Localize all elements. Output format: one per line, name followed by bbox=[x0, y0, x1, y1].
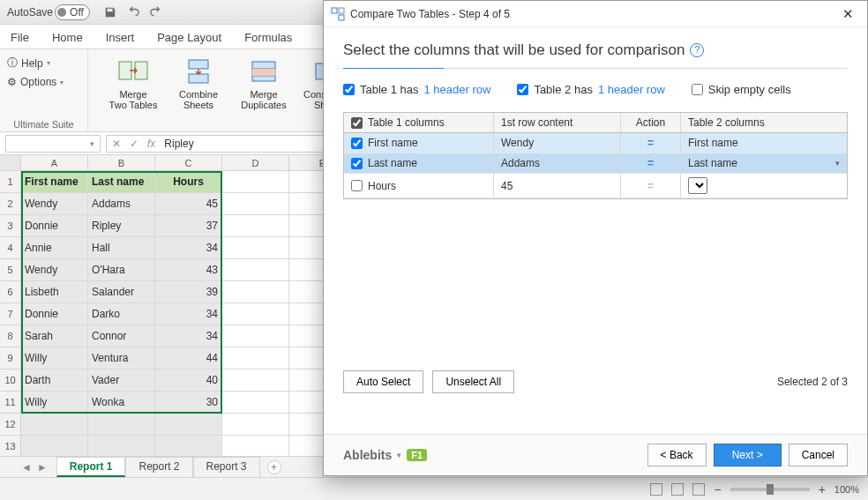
cell[interactable]: Wonka bbox=[88, 392, 155, 414]
cell[interactable] bbox=[222, 303, 289, 325]
table1-link[interactable]: 1 header row bbox=[424, 83, 491, 96]
cell[interactable]: Sarah bbox=[21, 325, 88, 347]
cell[interactable]: Connor bbox=[88, 325, 155, 347]
cell[interactable]: 34 bbox=[155, 237, 222, 259]
skip-empty-check[interactable]: Skip empty cells bbox=[692, 83, 791, 96]
cell[interactable] bbox=[222, 347, 289, 369]
cell[interactable]: 44 bbox=[155, 347, 222, 369]
column-checkbox[interactable] bbox=[351, 138, 363, 149]
tab-insert[interactable]: Insert bbox=[104, 26, 137, 49]
f1-badge[interactable]: F1 bbox=[407, 449, 427, 461]
cell[interactable]: Wendy bbox=[21, 193, 88, 215]
row-head-11[interactable]: 11 bbox=[0, 392, 21, 414]
cell[interactable]: Hall bbox=[88, 237, 155, 259]
tab-page-layout[interactable]: Page Layout bbox=[155, 26, 223, 49]
cell[interactable]: 45 bbox=[155, 193, 222, 215]
zoom-value[interactable]: 100% bbox=[834, 484, 859, 495]
cell[interactable]: Hours bbox=[155, 171, 222, 193]
cell[interactable]: Lisbeth bbox=[21, 281, 88, 303]
row-head-2[interactable]: 2 bbox=[0, 193, 21, 215]
col-head-B[interactable]: B bbox=[88, 155, 155, 170]
sheet-tab[interactable]: Report 1 bbox=[56, 457, 126, 477]
column-checkbox[interactable] bbox=[351, 158, 363, 169]
fx-icon[interactable]: fx bbox=[147, 138, 155, 150]
col-head-D[interactable]: D bbox=[222, 155, 289, 170]
view-normal-icon[interactable] bbox=[650, 483, 662, 496]
row-head-13[interactable]: 13 bbox=[0, 436, 21, 458]
ribbon-btn-merge-two-tables[interactable]: MergeTwo Tables bbox=[106, 56, 161, 110]
auto-select-button[interactable]: Auto Select bbox=[343, 370, 423, 393]
cell[interactable]: Donnie bbox=[21, 303, 88, 325]
name-box[interactable]: ▾ bbox=[5, 135, 101, 153]
add-sheet-button[interactable]: + bbox=[267, 460, 281, 474]
cell[interactable]: Ripley bbox=[88, 215, 155, 237]
chevron-down-icon[interactable]: ▾ bbox=[835, 159, 840, 168]
cell[interactable] bbox=[222, 171, 289, 193]
sheet-nav[interactable]: ◄► bbox=[21, 461, 48, 474]
cell[interactable] bbox=[222, 215, 289, 237]
zoom-in-button[interactable]: + bbox=[819, 482, 826, 496]
cell[interactable]: Last name bbox=[88, 171, 155, 193]
ribbon-btn-combine-sheets[interactable]: CombineSheets bbox=[171, 56, 226, 110]
cell[interactable]: Donnie bbox=[21, 215, 88, 237]
dialog-titlebar[interactable]: Compare Two Tables - Step 4 of 5 ✕ bbox=[324, 1, 867, 27]
cell[interactable] bbox=[21, 414, 88, 436]
redo-icon[interactable] bbox=[148, 4, 164, 20]
cancel-icon[interactable]: ✕ bbox=[112, 138, 121, 150]
select-all-corner[interactable] bbox=[0, 155, 21, 170]
table2-header-checkbox[interactable] bbox=[517, 84, 528, 95]
cell[interactable]: Darko bbox=[88, 303, 155, 325]
cell[interactable]: Annie bbox=[21, 237, 88, 259]
cell[interactable] bbox=[222, 237, 289, 259]
zoom-out-button[interactable]: − bbox=[714, 482, 721, 496]
next-sheet-icon[interactable]: ► bbox=[37, 461, 48, 474]
cell[interactable]: 37 bbox=[155, 215, 222, 237]
row-head-4[interactable]: 4 bbox=[0, 237, 21, 259]
help-dropdown[interactable]: ⓘ Help ▾ bbox=[7, 56, 80, 71]
row-head-12[interactable]: 12 bbox=[0, 414, 21, 436]
column-row[interactable]: Hours45= bbox=[344, 174, 847, 198]
sheet-tab[interactable]: Report 3 bbox=[193, 457, 260, 477]
row-head-10[interactable]: 10 bbox=[0, 369, 21, 392]
cell[interactable]: Willy bbox=[21, 392, 88, 414]
tab-formulas[interactable]: Formulas bbox=[243, 26, 294, 49]
cell[interactable] bbox=[222, 193, 289, 215]
cell[interactable]: 34 bbox=[155, 325, 222, 347]
cell[interactable]: 30 bbox=[155, 392, 222, 414]
check-icon[interactable]: ✓ bbox=[130, 138, 138, 150]
next-button[interactable]: Next > bbox=[714, 444, 782, 466]
sheet-tab[interactable]: Report 2 bbox=[125, 457, 192, 477]
unselect-all-button[interactable]: Unselect All bbox=[432, 370, 514, 393]
cell[interactable] bbox=[88, 436, 155, 458]
help-icon[interactable]: ? bbox=[690, 43, 704, 57]
cell[interactable]: Darth bbox=[21, 369, 88, 392]
brand[interactable]: Ablebits ▾ F1 bbox=[343, 448, 427, 462]
cell[interactable]: 34 bbox=[155, 303, 222, 325]
row-head-8[interactable]: 8 bbox=[0, 325, 21, 347]
view-break-icon[interactable] bbox=[692, 483, 705, 496]
row-head-5[interactable]: 5 bbox=[0, 259, 21, 281]
cell[interactable]: Willy bbox=[21, 347, 88, 369]
cell[interactable]: Ventura bbox=[88, 347, 155, 369]
col-head-C[interactable]: C bbox=[155, 155, 222, 170]
undo-icon[interactable] bbox=[125, 4, 141, 20]
cell[interactable] bbox=[155, 436, 222, 458]
close-button[interactable]: ✕ bbox=[835, 2, 860, 26]
cell[interactable] bbox=[88, 414, 155, 436]
tab-file[interactable]: File bbox=[9, 26, 31, 49]
cell[interactable] bbox=[222, 414, 289, 436]
cell[interactable]: Salander bbox=[88, 281, 155, 303]
row-head-6[interactable]: 6 bbox=[0, 281, 21, 303]
cell[interactable] bbox=[222, 281, 289, 303]
cell[interactable]: Wendy bbox=[21, 259, 88, 281]
row-head-3[interactable]: 3 bbox=[0, 215, 21, 237]
cell[interactable] bbox=[155, 414, 222, 436]
zoom-thumb[interactable] bbox=[767, 484, 774, 495]
cancel-button[interactable]: Cancel bbox=[789, 444, 848, 466]
cell[interactable]: 39 bbox=[155, 281, 222, 303]
col-head-A[interactable]: A bbox=[21, 155, 88, 170]
cell[interactable] bbox=[222, 325, 289, 347]
cell[interactable]: O'Hara bbox=[88, 259, 155, 281]
column-row[interactable]: Last nameAddams=Last name▾ bbox=[344, 153, 847, 174]
cell[interactable]: 43 bbox=[155, 259, 222, 281]
